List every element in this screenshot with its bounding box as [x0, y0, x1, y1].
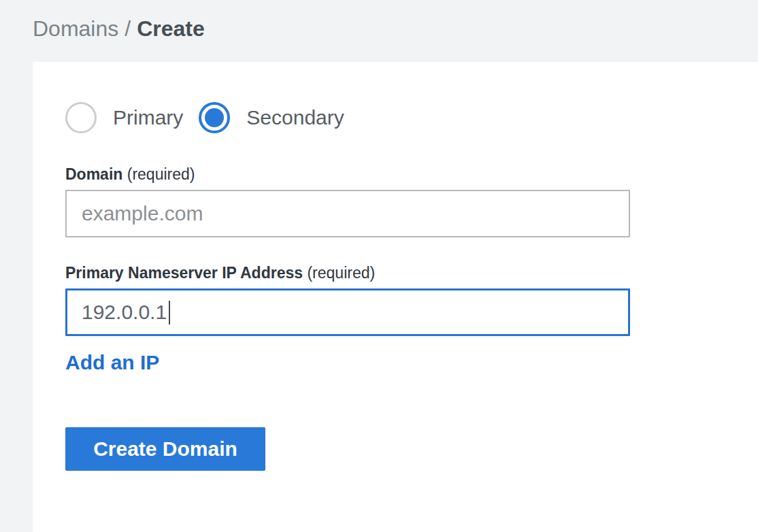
- primary-ns-ip-required-note: (required): [307, 264, 375, 282]
- breadcrumb: Domains / Create: [0, 0, 758, 42]
- breadcrumb-domains-link[interactable]: Domains: [33, 15, 118, 42]
- domain-input[interactable]: [65, 190, 630, 237]
- breadcrumb-current-page: Create: [137, 15, 205, 42]
- radio-option-secondary[interactable]: Secondary: [199, 102, 344, 133]
- radio-secondary-label: Secondary: [246, 106, 344, 129]
- primary-ns-ip-label-text: Primary Nameserver IP Address: [65, 264, 303, 282]
- add-ip-link[interactable]: Add an IP: [65, 350, 159, 375]
- primary-ns-ip-field-label: Primary Nameserver IP Address (required): [65, 264, 725, 282]
- breadcrumb-separator: /: [125, 15, 131, 42]
- domain-field-label: Domain (required): [65, 165, 725, 184]
- primary-ns-ip-input[interactable]: 192.0.0.1: [65, 288, 630, 336]
- primary-ns-ip-value: 192.0.0.1: [82, 301, 167, 324]
- radio-secondary-circle[interactable]: [199, 102, 230, 133]
- text-caret: [169, 301, 170, 325]
- create-domain-panel: Primary Secondary Domain (required) Prim…: [33, 62, 758, 532]
- create-domain-button[interactable]: Create Domain: [65, 427, 265, 471]
- domain-required-note: (required): [127, 165, 195, 183]
- radio-primary-circle[interactable]: [65, 102, 97, 133]
- domain-type-radio-group: Primary Secondary: [65, 102, 725, 133]
- radio-primary-label: Primary: [113, 106, 183, 129]
- domain-label-text: Domain: [65, 165, 122, 183]
- radio-option-primary[interactable]: Primary: [65, 102, 183, 133]
- radio-selected-dot: [205, 108, 224, 127]
